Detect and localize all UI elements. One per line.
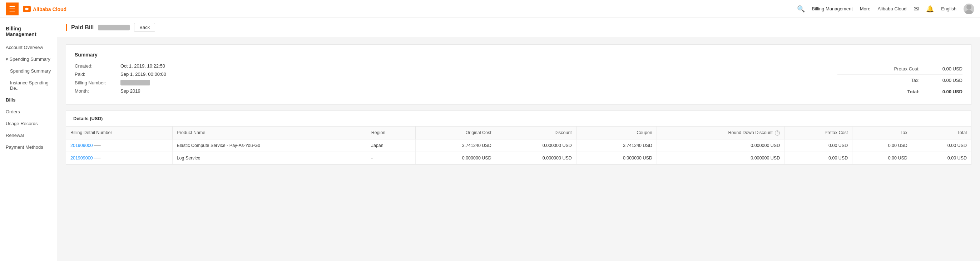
search-icon[interactable]: 🔍 (797, 5, 805, 13)
cell-pretax-cost: 0.00 USD (784, 139, 853, 151)
created-value: Oct 1, 2019, 10:22:50 (121, 63, 165, 68)
col-tax: Tax (853, 127, 912, 139)
bell-icon[interactable]: 🔔 (926, 5, 934, 13)
cell-round-down-discount: 0.000000 USD (657, 151, 784, 164)
paid-label: Paid: (75, 72, 118, 77)
tax-row: Tax: 0.00 USD (837, 75, 963, 86)
cell-billing-detail-number: 201909000 (66, 139, 172, 151)
details-header: Details (USD) (66, 111, 971, 127)
pretax-cost-label: Pretax Cost: (837, 66, 927, 72)
cell-product-name: Log Service (172, 151, 367, 164)
sidebar-label: ▾ Spending Summary (6, 56, 50, 62)
details-table: Billing Detail Number Product Name Regio… (66, 127, 971, 164)
paid-value: Sep 1, 2019, 00:00:00 (121, 72, 166, 77)
col-product-name: Product Name (172, 127, 367, 139)
content-body: Summary Created: Oct 1, 2019, 10:22:50 P… (57, 37, 980, 172)
svg-text:Alibaba Cloud: Alibaba Cloud (33, 6, 67, 12)
paid-bill-label: Paid Bill (71, 24, 94, 31)
table-row: 201909000 Elastic Compute Service - Pay-… (66, 139, 971, 151)
alibaba-cloud-nav[interactable]: Alibaba Cloud (877, 6, 906, 11)
email-icon[interactable]: ✉ (913, 5, 919, 13)
cell-billing-detail-number: 201909000 (66, 151, 172, 164)
cell-discount: 0.000000 USD (496, 151, 576, 164)
sidebar-item-spending-summary[interactable]: Spending Summary (0, 65, 57, 77)
billing-management-nav[interactable]: Billing Management (812, 6, 853, 11)
col-region: Region (367, 127, 415, 139)
cell-pretax-cost: 0.00 USD (784, 151, 853, 164)
billing-detail-link[interactable]: 201909000 (70, 156, 101, 161)
billing-number-masked: 201909000 (121, 80, 150, 86)
alibaba-cloud-logo: Alibaba Cloud (23, 4, 69, 14)
summary-right: Pretax Cost: 0.00 USD Tax: 0.00 USD Tota… (837, 63, 963, 97)
language-selector[interactable]: English (941, 6, 956, 11)
svg-point-2 (966, 5, 971, 10)
sidebar-label: Spending Summary (10, 68, 51, 74)
sidebar-item-bills[interactable]: Bills (0, 94, 57, 106)
total-row: Total: 0.00 USD (837, 86, 963, 97)
sidebar: Billing Management Account Overview ▾ Sp… (0, 18, 57, 261)
menu-button[interactable]: ☰ (6, 3, 19, 15)
sidebar-label: Instance Spending De.. (10, 80, 51, 91)
paid-row: Paid: Sep 1, 2019, 00:00:00 (75, 72, 166, 77)
avatar[interactable] (964, 3, 974, 14)
cell-coupon: 3.741240 USD (576, 139, 657, 151)
tax-value: 0.00 USD (927, 78, 963, 83)
sidebar-item-orders[interactable]: Orders (0, 106, 57, 118)
summary-grid: Created: Oct 1, 2019, 10:22:50 Paid: Sep… (75, 63, 963, 97)
billing-number-row: Billing Number: 201909000 (75, 80, 166, 86)
created-label: Created: (75, 63, 118, 68)
cell-original-cost: 0.000000 USD (415, 151, 496, 164)
created-row: Created: Oct 1, 2019, 10:22:50 (75, 63, 166, 68)
sidebar-item-spending-summary-group[interactable]: ▾ Spending Summary (0, 53, 57, 65)
sidebar-label: Renewal (6, 133, 24, 138)
total-label: Total: (837, 89, 927, 94)
sidebar-item-usage-records[interactable]: Usage Records (0, 118, 57, 129)
billing-detail-link[interactable]: 201909000 (70, 143, 101, 148)
summary-title: Summary (75, 52, 963, 57)
sidebar-item-instance-spending[interactable]: Instance Spending De.. (0, 77, 57, 94)
cell-original-cost: 3.741240 USD (415, 139, 496, 151)
col-billing-detail-number: Billing Detail Number (66, 127, 172, 139)
top-nav: ☰ Alibaba Cloud 🔍 Billing Management Mor… (0, 0, 980, 18)
header-divider (66, 24, 67, 31)
pretax-cost-row: Pretax Cost: 0.00 USD (837, 63, 963, 75)
details-section: Details (USD) Billing Detail Number Prod… (66, 110, 971, 165)
logo-area: Alibaba Cloud (23, 4, 69, 14)
cell-discount: 0.000000 USD (496, 139, 576, 151)
pretax-cost-value: 0.00 USD (927, 66, 963, 72)
col-total: Total (912, 127, 971, 139)
month-row: Month: Sep 2019 (75, 88, 166, 94)
menu-icon: ☰ (9, 5, 15, 13)
sidebar-item-renewal[interactable]: Renewal (0, 129, 57, 141)
cell-total: 0.00 USD (912, 139, 971, 151)
col-pretax-cost: Pretax Cost (784, 127, 853, 139)
sidebar-label: Account Overview (6, 45, 43, 50)
more-nav[interactable]: More (860, 6, 871, 11)
summary-left: Created: Oct 1, 2019, 10:22:50 Paid: Sep… (75, 63, 166, 94)
table-row: 201909000 Log Service - 0.000000 USD 0.0… (66, 151, 971, 164)
table-body: 201909000 Elastic Compute Service - Pay-… (66, 139, 971, 164)
cell-region: Japan (367, 139, 415, 151)
sidebar-label: Usage Records (6, 121, 38, 126)
tax-label: Tax: (837, 78, 927, 83)
sidebar-label: Payment Methods (6, 145, 43, 150)
month-label: Month: (75, 88, 118, 94)
billing-number-label: Billing Number: (75, 80, 118, 86)
content-header: Paid Bill 2019090000 Back (57, 18, 980, 37)
col-original-cost: Original Cost (415, 127, 496, 139)
nav-right: 🔍 Billing Management More Alibaba Cloud … (797, 3, 974, 14)
back-button[interactable]: Back (134, 23, 155, 32)
sidebar-item-payment-methods[interactable]: Payment Methods (0, 141, 57, 153)
col-coupon: Coupon (576, 127, 657, 139)
sidebar-title: Billing Management (0, 21, 57, 41)
cell-total: 0.00 USD (912, 151, 971, 164)
layout: Billing Management Account Overview ▾ Sp… (0, 18, 980, 261)
cell-tax: 0.00 USD (853, 151, 912, 164)
col-round-down-discount: Round Down Discount ? (657, 127, 784, 139)
main-content: Paid Bill 2019090000 Back Summary Create… (57, 18, 980, 261)
sidebar-item-account-overview[interactable]: Account Overview (0, 41, 57, 53)
cell-product-name: Elastic Compute Service - Pay-As-You-Go (172, 139, 367, 151)
sidebar-label: Orders (6, 109, 20, 115)
help-icon[interactable]: ? (775, 130, 780, 135)
cell-tax: 0.00 USD (853, 139, 912, 151)
